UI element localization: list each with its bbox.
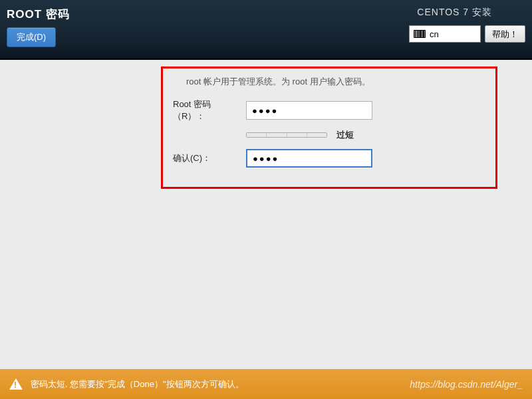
- confirm-password-label: 确认(C)：: [173, 152, 246, 164]
- strength-seg: [307, 133, 327, 137]
- strength-seg: [247, 133, 267, 137]
- page-title: ROOT 密码: [7, 7, 70, 22]
- root-password-input[interactable]: [246, 101, 372, 120]
- strength-seg: [287, 133, 307, 137]
- warning-footer: 密码太短. 您需要按"完成（Done）"按钮两次方可确认。 https://bl…: [0, 369, 532, 399]
- installer-title: CENTOS 7 安装: [409, 7, 525, 19]
- warning-icon: [9, 378, 23, 390]
- password-strength-row: 过短: [173, 129, 492, 141]
- root-password-form: root 帐户用于管理系统。为 root 用户输入密码。 Root 密码（R）：…: [173, 76, 492, 174]
- root-password-row: Root 密码（R）：: [173, 98, 492, 122]
- confirm-password-input[interactable]: [246, 149, 372, 168]
- confirm-password-row: 确认(C)：: [173, 149, 492, 168]
- header-controls: cn 帮助！: [409, 25, 525, 43]
- footer-left: 密码太短. 您需要按"完成（Done）"按钮两次方可确认。: [9, 378, 244, 390]
- password-strength-label: 过短: [336, 129, 354, 141]
- keyboard-icon: [414, 30, 426, 38]
- header-left: ROOT 密码 完成(D): [0, 0, 70, 59]
- keyboard-layout-selector[interactable]: cn: [409, 25, 481, 43]
- strength-seg: [267, 133, 287, 137]
- done-button[interactable]: 完成(D): [7, 27, 56, 47]
- keyboard-layout-code: cn: [430, 29, 439, 39]
- header-right: CENTOS 7 安装 cn 帮助！: [409, 0, 532, 59]
- root-password-label: Root 密码（R）：: [173, 98, 246, 122]
- watermark-text: https://blog.csdn.net/Alger_: [410, 379, 523, 390]
- header-bar: ROOT 密码 完成(D) CENTOS 7 安装 cn 帮助！: [0, 0, 532, 60]
- warning-message: 密码太短. 您需要按"完成（Done）"按钮两次方可确认。: [31, 378, 244, 390]
- form-instruction: root 帐户用于管理系统。为 root 用户输入密码。: [173, 76, 492, 88]
- content-area: root 帐户用于管理系统。为 root 用户输入密码。 Root 密码（R）：…: [0, 60, 532, 369]
- password-strength-meter: [246, 132, 327, 138]
- help-button[interactable]: 帮助！: [485, 25, 525, 43]
